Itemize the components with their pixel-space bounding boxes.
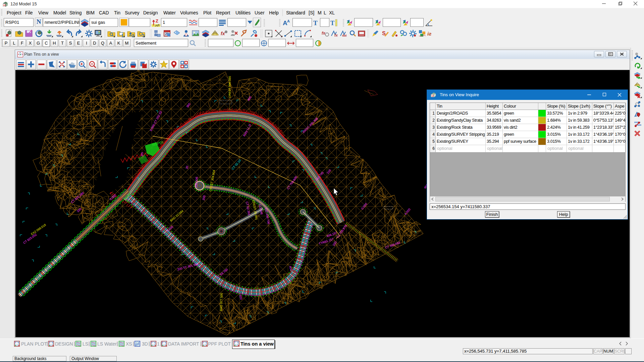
svg-text:12: 12 <box>3 4 6 6</box>
svg-text:BS: BS <box>141 152 144 156</box>
svg-text:fx: fx <box>221 31 225 36</box>
svg-text:A: A <box>287 19 290 23</box>
svg-text:Z: Z <box>156 18 158 23</box>
svg-text:T: T <box>330 20 334 26</box>
svg-text:fx: fx <box>334 33 338 37</box>
svg-text:dat: dat <box>342 34 347 37</box>
svg-text:T: T <box>313 19 318 26</box>
svg-text:20: 20 <box>185 166 189 170</box>
svg-text:iг: iг <box>427 31 431 37</box>
svg-text:12: 12 <box>431 95 434 97</box>
svg-text:BAG 877.500: BAG 877.500 <box>219 293 223 311</box>
svg-text:A: A <box>283 19 287 26</box>
svg-text:CREST 300.065: CREST 300.065 <box>228 76 231 98</box>
svg-text:230.906: 230.906 <box>195 177 199 188</box>
